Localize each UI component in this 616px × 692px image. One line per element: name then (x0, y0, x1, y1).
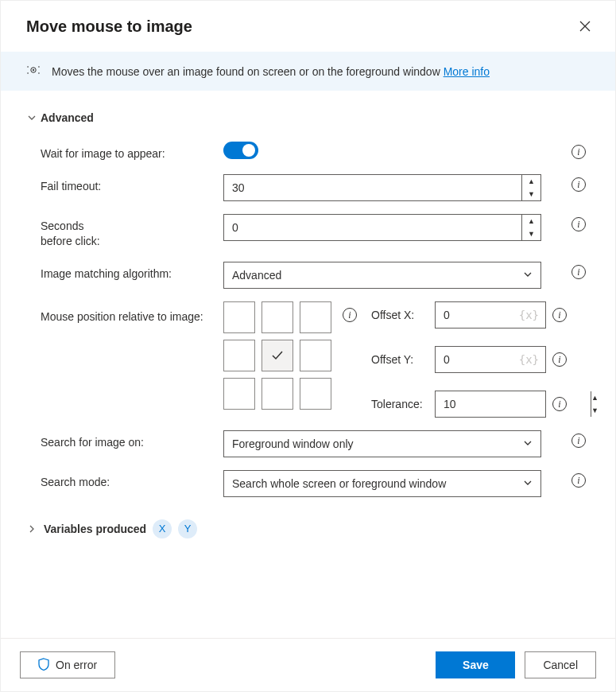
spinner-arrows: ▲ ▼ (591, 391, 599, 417)
on-error-button[interactable]: On error (20, 651, 115, 678)
spinner-down[interactable]: ▼ (522, 188, 540, 200)
spinner-up[interactable]: ▲ (522, 215, 540, 227)
pos-top-left[interactable] (223, 301, 255, 333)
spinner-up[interactable]: ▲ (522, 175, 540, 188)
advanced-label: Advanced (41, 111, 94, 124)
check-icon (270, 348, 285, 363)
chevron-down-icon (523, 269, 533, 282)
offset-x-label: Offset X: (371, 309, 428, 321)
pos-middle-left[interactable] (223, 340, 255, 371)
cancel-label: Cancel (543, 659, 578, 671)
pos-bottom-left[interactable] (223, 378, 255, 410)
pos-bottom-center[interactable] (262, 378, 293, 410)
more-info-link[interactable]: More info (444, 65, 490, 78)
image-matching-label: Image matching algorithm: (26, 262, 214, 282)
fail-timeout-label: Fail timeout: (26, 174, 214, 194)
fail-timeout-input[interactable] (224, 175, 521, 200)
search-on-select[interactable]: Foreground window only (223, 430, 541, 457)
move-mouse-to-image-dialog: Move mouse to image Moves the mouse over… (0, 0, 616, 692)
info-icon[interactable] (571, 217, 586, 231)
image-matching-select[interactable]: Advanced (223, 262, 541, 289)
chevron-down-icon (523, 477, 533, 490)
pos-bottom-right[interactable] (300, 378, 331, 410)
spinner-arrows: ▲ ▼ (521, 215, 540, 240)
info-icon[interactable] (571, 145, 586, 159)
tolerance-spinner[interactable]: ▲ ▼ (435, 391, 546, 418)
info-text: Moves the mouse over an image found on s… (52, 65, 490, 78)
chevron-right-icon (26, 523, 37, 535)
spinner-down[interactable]: ▼ (591, 404, 599, 417)
offset-y-input[interactable] (442, 352, 519, 367)
dialog-header: Move mouse to image (1, 1, 615, 52)
row-fail-timeout: Fail timeout: ▲ ▼ (26, 168, 590, 208)
variables-produced-section[interactable]: Variables produced X Y (26, 519, 590, 538)
search-mode-value: Search whole screen or foreground window (232, 477, 523, 490)
tolerance-input[interactable] (436, 391, 591, 417)
offset-y-label: Offset Y: (371, 353, 428, 366)
info-icon[interactable] (571, 433, 586, 448)
row-search-on: Search for image on: Foreground window o… (26, 424, 590, 464)
dialog-footer: On error Save Cancel (1, 638, 615, 691)
variables-produced-label: Variables produced (44, 523, 146, 535)
pos-middle-right[interactable] (300, 340, 331, 371)
seconds-before-click-label: Seconds before click: (26, 214, 214, 249)
svg-point-1 (33, 69, 34, 71)
seconds-before-click-input[interactable] (224, 215, 521, 240)
fail-timeout-spinner[interactable]: ▲ ▼ (223, 174, 541, 201)
close-icon (579, 21, 591, 32)
info-icon[interactable] (571, 177, 586, 192)
row-wait-for-image: Wait for image to appear: (26, 135, 590, 168)
cancel-button[interactable]: Cancel (525, 651, 596, 678)
spinner-down[interactable]: ▼ (522, 227, 540, 240)
row-seconds-before-click: Seconds before click: ▲ ▼ (26, 208, 590, 255)
save-label: Save (463, 659, 489, 671)
dialog-title: Move mouse to image (26, 17, 192, 36)
info-icon[interactable] (571, 265, 586, 279)
variable-badge[interactable]: {x} (519, 309, 539, 321)
pos-top-center[interactable] (262, 301, 293, 333)
seconds-before-click-spinner[interactable]: ▲ ▼ (223, 214, 541, 241)
toggle-knob (242, 144, 255, 157)
offset-y-field[interactable]: {x} (435, 346, 546, 373)
wait-for-image-label: Wait for image to appear: (26, 142, 214, 161)
row-image-matching: Image matching algorithm: Advanced (26, 255, 590, 295)
save-button[interactable]: Save (436, 651, 515, 678)
on-error-label: On error (56, 659, 97, 671)
image-matching-value: Advanced (232, 269, 523, 282)
chevron-down-icon (26, 112, 37, 123)
tolerance-label: Tolerance: (371, 398, 428, 410)
search-on-label: Search for image on: (26, 430, 214, 450)
variable-y-pill[interactable]: Y (178, 519, 197, 538)
dialog-body: Advanced Wait for image to appear: Fail … (1, 91, 615, 638)
wait-for-image-toggle[interactable] (223, 142, 258, 159)
spinner-arrows: ▲ ▼ (521, 175, 540, 200)
info-icon[interactable] (571, 473, 586, 488)
chevron-down-icon (523, 437, 533, 450)
position-grid (223, 301, 331, 410)
variable-badge[interactable]: {x} (519, 353, 539, 366)
search-mode-label: Search mode: (26, 470, 214, 490)
info-icon[interactable] (552, 352, 567, 367)
info-bar: Moves the mouse over an image found on s… (1, 52, 615, 91)
info-icon[interactable] (552, 308, 567, 322)
mouse-target-icon (26, 63, 41, 80)
spinner-up[interactable]: ▲ (591, 391, 599, 404)
advanced-section-header[interactable]: Advanced (26, 111, 590, 124)
variable-x-pill[interactable]: X (153, 519, 172, 538)
info-icon[interactable] (343, 308, 357, 322)
mouse-position-label: Mouse position relative to image: (26, 301, 214, 325)
row-mouse-position: Mouse position relative to image: (26, 295, 590, 424)
row-search-mode: Search mode: Search whole screen or fore… (26, 464, 590, 503)
search-on-value: Foreground window only (232, 437, 523, 450)
pos-top-right[interactable] (300, 301, 331, 333)
search-mode-select[interactable]: Search whole screen or foreground window (223, 470, 541, 497)
info-icon[interactable] (552, 397, 567, 411)
offset-x-input[interactable] (442, 308, 519, 322)
shield-icon (38, 658, 49, 673)
offset-x-field[interactable]: {x} (435, 301, 546, 329)
close-button[interactable] (574, 15, 596, 37)
pos-middle-center[interactable] (262, 340, 293, 371)
